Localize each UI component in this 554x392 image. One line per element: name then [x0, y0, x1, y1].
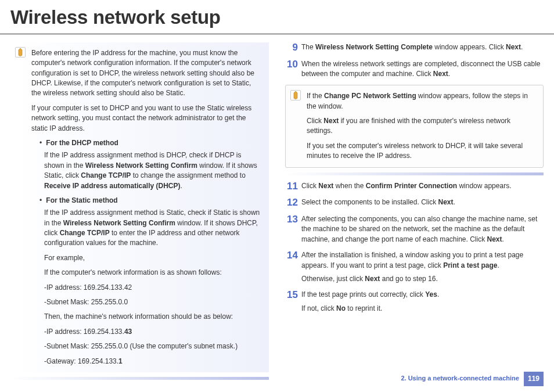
step-number: 15: [286, 290, 301, 301]
left-column: Before entering the IP address for the m…: [10, 42, 269, 386]
bullet-static: • For the Static method: [39, 196, 262, 206]
bullet-dhcp: • For the DHCP method: [39, 138, 262, 148]
example-then: Then, the machine's network information …: [44, 312, 262, 322]
step-14: 14After the installation is finished, a …: [286, 250, 544, 284]
steps-lower: 11Click Next when the Confirm Printer Co…: [285, 181, 544, 314]
content-columns: Before entering the IP address for the m…: [0, 34, 554, 386]
page-footer: 2. Using a network-connected machine 119: [401, 372, 544, 386]
example-gateway: -Gateway: 169.254.133.1: [44, 357, 262, 366]
step-body: Select the components to be installed. C…: [301, 197, 544, 207]
step-11: 11Click Next when the Confirm Printer Co…: [286, 181, 544, 192]
page-number-badge: 119: [524, 372, 544, 386]
step-number: 9: [286, 42, 301, 53]
note-para: If you set the computer's wireless netwo…: [307, 141, 536, 161]
step-number: 10: [286, 59, 301, 70]
example-line: If the computer's network information is…: [44, 268, 262, 278]
step-body: When the wireless network settings are c…: [301, 59, 544, 80]
step-10: 10When the wireless network settings are…: [286, 59, 544, 80]
step-body: The Wireless Network Setting Complete wi…: [301, 42, 544, 52]
step-body: If the test page prints out correctly, c…: [301, 290, 544, 314]
step-15: 15If the test page prints out correctly,…: [286, 290, 544, 314]
info-note-left: Before entering the IP address for the m…: [10, 42, 269, 372]
step-12: 12Select the components to be installed.…: [286, 197, 544, 208]
note-para: Click Next if you are finished with the …: [307, 116, 536, 136]
steps-upper: 9The Wireless Network Setting Complete w…: [285, 42, 544, 79]
example-ip: -IP address: 169.254.133.42: [44, 283, 262, 293]
bullet-head: For the Static method: [46, 196, 117, 204]
static-body: If the IP address assignment method is S…: [44, 208, 262, 249]
note-para: If the Change PC Network Setting window …: [307, 91, 536, 112]
note-para: If your computer is set to DHCP and you …: [31, 103, 262, 134]
step-13: 13After selecting the components, you ca…: [286, 214, 544, 244]
footer-section: 2. Using a network-connected machine: [401, 374, 519, 383]
step-body: Click Next when the Confirm Printer Conn…: [301, 181, 544, 191]
step-number: 12: [286, 197, 301, 208]
step-number: 13: [286, 214, 301, 225]
step-9: 9The Wireless Network Setting Complete w…: [286, 42, 544, 53]
example-mask: -Subnet Mask: 255.255.0.0: [44, 297, 262, 307]
gradient-divider: [10, 377, 269, 380]
bullet-head: For the DHCP method: [46, 139, 118, 147]
info-note-right: If the Change PC Network Setting window …: [285, 85, 544, 167]
gradient-divider: [285, 172, 544, 175]
step-number: 11: [286, 181, 301, 192]
pencil-icon: [15, 47, 26, 57]
step-body: After the installation is finished, a wi…: [301, 250, 544, 284]
page-title: Wireless network setup: [0, 0, 554, 34]
dhcp-body: If the IP address assignment method is D…: [44, 150, 262, 191]
pencil-icon: [290, 90, 301, 100]
step-number: 14: [286, 250, 301, 261]
example-ip2: -IP address: 169.254.133.43: [44, 327, 262, 337]
example-mask2: -Subnet Mask: 255.255.0.0 (Use the compu…: [44, 341, 262, 351]
right-column: 9The Wireless Network Setting Complete w…: [285, 42, 544, 386]
note-para: Before entering the IP address for the m…: [31, 48, 262, 99]
example-label: For example,: [44, 253, 262, 263]
step-body: After selecting the components, you can …: [301, 214, 544, 244]
